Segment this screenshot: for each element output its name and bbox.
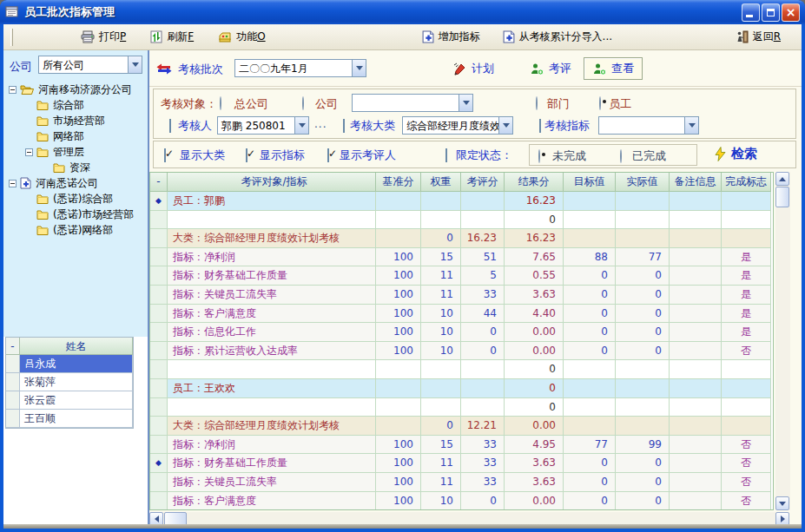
category-checkbox[interactable] <box>343 119 345 133</box>
tree-item[interactable]: 综合部 <box>3 97 148 113</box>
assessor-checkbox[interactable] <box>169 119 171 133</box>
add-indicator-button[interactable]: 增加指标 <box>417 27 485 47</box>
tree-expand-toggle[interactable] <box>9 180 16 187</box>
name-row[interactable]: 王百顺 <box>6 410 133 428</box>
column-header[interactable]: 考评分 <box>461 173 505 192</box>
batch-select[interactable]: 二〇〇九年1月 <box>234 59 366 77</box>
radio-employee[interactable] <box>599 96 601 110</box>
folder-icon <box>36 147 49 157</box>
radio-company[interactable] <box>302 96 304 110</box>
name-row[interactable]: 吕永成 <box>6 355 133 373</box>
show-assessor-checkbox[interactable] <box>327 148 329 162</box>
maximize-button[interactable] <box>762 3 780 22</box>
name-row[interactable]: 张云霞 <box>6 391 133 410</box>
mode-view-button[interactable]: 查看 <box>584 57 643 80</box>
dropdown-arrow-icon[interactable] <box>459 95 472 111</box>
print-button[interactable]: 打印P <box>76 27 131 47</box>
vertical-scrollbar[interactable] <box>775 172 790 510</box>
vertical-scroll-thumb[interactable] <box>775 187 789 207</box>
table-row[interactable]: 大类：综合部经理月度绩效计划考核016.2316.23 <box>150 229 773 248</box>
scroll-up-button[interactable] <box>775 172 789 186</box>
tree-item[interactable]: (悉诺)市场经营部 <box>3 207 148 222</box>
row-marker-cell <box>150 211 168 230</box>
dropdown-arrow-icon[interactable] <box>128 56 142 73</box>
window-resize-edge <box>3 524 802 529</box>
table-row[interactable]: 大类：综合部经理月度绩效计划考核012.210.00 <box>150 417 773 436</box>
tree-item[interactable]: 网络部 <box>3 128 148 144</box>
tree-item[interactable]: 资深 <box>3 160 148 175</box>
radio-complete[interactable] <box>620 149 622 163</box>
column-header[interactable]: 实际值 <box>616 173 670 192</box>
tree-item[interactable]: 管理层 <box>3 144 148 160</box>
column-header[interactable]: 结果分 <box>505 173 564 192</box>
tree-item[interactable]: 河南悉诺公司 <box>3 175 148 191</box>
table-row[interactable]: 指标：关键员工流失率10011333.6300否 <box>150 473 773 492</box>
cell: 0.55 <box>505 266 564 286</box>
indicator-select[interactable] <box>598 116 699 135</box>
radio-incomplete[interactable] <box>538 149 540 163</box>
table-row[interactable]: ◆员工：郭鹏16.23 <box>150 192 773 211</box>
category-select[interactable]: 综合部经理月度绩效计 <box>402 116 513 135</box>
tree-expand-toggle[interactable] <box>25 148 33 156</box>
mode-eval-button[interactable]: 考评 <box>521 57 580 80</box>
back-button[interactable]: 返回R <box>730 27 786 47</box>
table-row[interactable]: 指标：客户满意度1001000.0000否 <box>150 492 773 511</box>
assessor-more-button[interactable]: ... <box>314 118 327 130</box>
tree-item[interactable]: (悉诺)网络部 <box>3 222 148 238</box>
assessor-select[interactable]: 郭鹏 250801 <box>217 116 309 135</box>
table-row[interactable]: 0 <box>150 211 773 230</box>
table-row[interactable]: 指标：关键员工流失率10011333.6300是 <box>150 286 773 305</box>
limit-state-checkbox[interactable] <box>445 148 447 162</box>
column-header[interactable]: 目标值 <box>564 173 616 192</box>
column-header[interactable]: 基准分 <box>376 173 421 192</box>
name-row-marker <box>6 355 20 373</box>
search-button[interactable]: 检索 <box>715 146 757 162</box>
radio-department[interactable] <box>536 96 538 110</box>
dropdown-arrow-icon[interactable] <box>684 117 698 134</box>
tree-expand-toggle[interactable] <box>9 86 16 94</box>
show-category-checkbox[interactable] <box>164 148 166 162</box>
dropdown-arrow-icon[interactable] <box>498 117 512 134</box>
table-row[interactable]: 指标：净利润10015517.658877是 <box>150 248 773 267</box>
table-row[interactable]: 员工：王欢欢0 <box>150 379 773 398</box>
table-row[interactable]: 0 <box>150 398 773 417</box>
column-header[interactable]: 完成标志 <box>722 173 771 192</box>
scroll-down-button[interactable] <box>775 496 789 510</box>
column-header[interactable]: 考评对象/指标 <box>168 173 376 192</box>
tree-item-label: (悉诺)综合部 <box>53 192 113 207</box>
cell <box>722 229 771 248</box>
names-header-label[interactable]: 姓名 <box>20 338 133 355</box>
cell: 0 <box>616 286 670 305</box>
tree-item[interactable]: (悉诺)综合部 <box>3 191 148 207</box>
cell-name: 员工：郭鹏 <box>168 192 376 211</box>
column-header-marker[interactable]: - <box>150 173 168 192</box>
titlebar[interactable]: 员工批次指标管理 × <box>0 0 805 24</box>
company-select[interactable]: 所有公司 <box>38 56 142 74</box>
dropdown-arrow-icon[interactable] <box>294 117 308 134</box>
import-scores-button[interactable]: 从考核累计分导入... <box>498 27 617 47</box>
radio-head-office[interactable] <box>220 96 221 110</box>
column-header[interactable]: 备注信息 <box>670 173 722 192</box>
name-row[interactable]: 张菊萍 <box>6 373 133 391</box>
table-row[interactable]: 0 <box>150 360 773 379</box>
table-row[interactable]: 指标：累计运营收入达成率1001000.0000否 <box>150 342 773 361</box>
close-button[interactable]: × <box>782 3 800 22</box>
cell: 99 <box>616 436 670 455</box>
show-indicator-checkbox[interactable] <box>246 148 247 162</box>
table-row[interactable]: ◆指标：财务基础工作质量10011333.6300否 <box>150 454 773 473</box>
toolbar-gripper[interactable] <box>10 29 13 46</box>
table-row[interactable]: 指标：财务基础工作质量1001150.5500是 <box>150 266 773 286</box>
mode-plan-button[interactable]: 计划 <box>445 57 503 80</box>
indicator-checkbox[interactable] <box>539 119 541 133</box>
refresh-button[interactable]: 刷新F <box>145 27 199 47</box>
table-row[interactable]: 指标：信息化工作1001000.0000是 <box>150 323 773 342</box>
dropdown-arrow-icon[interactable] <box>352 60 366 76</box>
tree-item[interactable]: 市场经营部 <box>3 113 148 128</box>
table-row[interactable]: 指标：净利润10015334.957799否 <box>150 436 773 455</box>
column-header[interactable]: 权重 <box>421 173 461 192</box>
target-company-select[interactable] <box>352 94 473 112</box>
tree-item[interactable]: 河南移动济源分公司 <box>3 82 148 97</box>
minimize-button[interactable] <box>742 3 760 22</box>
table-row[interactable]: 指标：客户满意度10010444.4000是 <box>150 305 773 324</box>
functions-button[interactable]: 功能O <box>213 27 270 47</box>
